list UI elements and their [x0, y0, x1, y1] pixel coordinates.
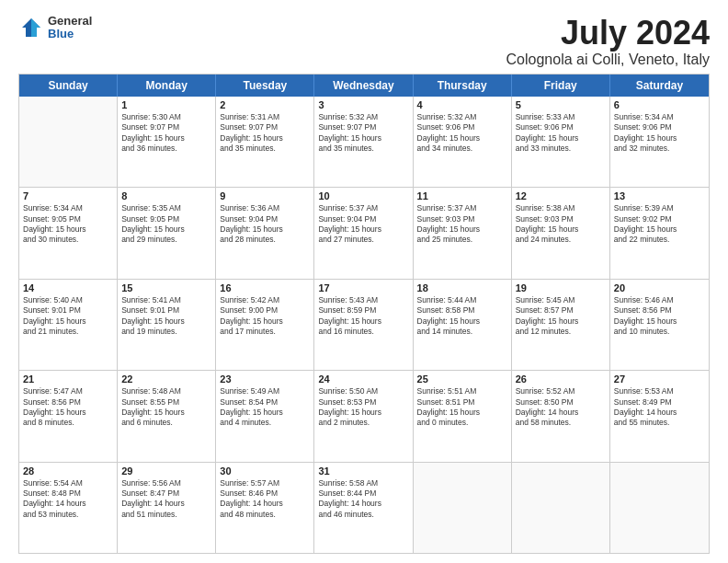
- cell-line: Sunset: 9:06 PM: [516, 122, 606, 132]
- calendar-week: 1Sunrise: 5:30 AMSunset: 9:07 PMDaylight…: [19, 97, 709, 188]
- cell-line: Daylight: 15 hours: [614, 224, 705, 235]
- cell-line: Sunset: 9:06 PM: [614, 122, 705, 132]
- cell-line: Sunset: 8:59 PM: [318, 305, 408, 316]
- day-number: 31: [318, 465, 408, 477]
- cell-line: and 2 minutes.: [318, 418, 408, 428]
- cell-line: Sunrise: 5:56 AM: [121, 478, 211, 488]
- cell-line: Daylight: 15 hours: [318, 133, 408, 144]
- cell-line: and 46 minutes.: [318, 510, 408, 520]
- cell-line: Daylight: 15 hours: [318, 316, 408, 327]
- cell-line: Daylight: 15 hours: [417, 224, 507, 235]
- calendar-body: 1Sunrise: 5:30 AMSunset: 9:07 PMDaylight…: [19, 97, 709, 553]
- cell-line: Sunrise: 5:36 AM: [220, 203, 310, 213]
- cell-line: Sunset: 8:50 PM: [516, 397, 606, 408]
- calendar-header-cell: Tuesday: [216, 75, 314, 97]
- cell-line: Sunrise: 5:32 AM: [318, 112, 408, 122]
- cell-line: and 48 minutes.: [220, 510, 310, 520]
- cell-line: and 51 minutes.: [121, 510, 211, 520]
- cell-line: Sunrise: 5:53 AM: [614, 386, 705, 396]
- cell-line: Daylight: 15 hours: [516, 133, 606, 144]
- cell-line: Sunrise: 5:34 AM: [23, 203, 113, 213]
- day-number: 13: [614, 190, 705, 201]
- day-number: 23: [220, 373, 310, 385]
- calendar-header-cell: Monday: [118, 75, 216, 97]
- calendar-cell: 24Sunrise: 5:50 AMSunset: 8:53 PMDayligh…: [314, 371, 413, 461]
- cell-line: and 0 minutes.: [417, 418, 507, 428]
- cell-line: Sunrise: 5:47 AM: [23, 386, 113, 396]
- cell-line: and 4 minutes.: [220, 418, 310, 428]
- cell-line: Sunrise: 5:51 AM: [417, 386, 507, 396]
- cell-line: and 14 minutes.: [417, 327, 507, 337]
- cell-line: Sunrise: 5:38 AM: [516, 203, 606, 213]
- day-number: 27: [614, 373, 705, 385]
- cell-line: Sunset: 8:46 PM: [220, 488, 310, 499]
- calendar-cell: 11Sunrise: 5:37 AMSunset: 9:03 PMDayligh…: [414, 188, 512, 278]
- cell-line: Daylight: 15 hours: [516, 224, 606, 235]
- header: General Blue July 2024 Colognola ai Coll…: [18, 15, 710, 68]
- day-number: 9: [220, 190, 310, 201]
- cell-line: Daylight: 14 hours: [516, 408, 606, 418]
- calendar-cell: 30Sunrise: 5:57 AMSunset: 8:46 PMDayligh…: [216, 463, 314, 553]
- calendar-cell: [19, 97, 118, 187]
- calendar-week: 28Sunrise: 5:54 AMSunset: 8:48 PMDayligh…: [19, 463, 709, 553]
- cell-line: Daylight: 14 hours: [318, 499, 408, 509]
- cell-line: and 35 minutes.: [220, 144, 310, 154]
- day-number: 3: [318, 99, 408, 110]
- cell-line: and 30 minutes.: [23, 235, 113, 245]
- cell-line: and 21 minutes.: [23, 327, 113, 337]
- cell-line: and 8 minutes.: [23, 418, 113, 428]
- day-number: 7: [23, 190, 113, 201]
- calendar-cell: 27Sunrise: 5:53 AMSunset: 8:49 PMDayligh…: [610, 371, 709, 461]
- cell-line: Sunrise: 5:35 AM: [121, 203, 211, 213]
- day-number: 28: [23, 465, 113, 477]
- logo-general: General: [48, 15, 92, 28]
- cell-line: and 33 minutes.: [516, 144, 606, 154]
- calendar-cell: 26Sunrise: 5:52 AMSunset: 8:50 PMDayligh…: [512, 371, 610, 461]
- cell-line: Daylight: 15 hours: [23, 224, 113, 235]
- cell-line: Daylight: 15 hours: [121, 133, 211, 144]
- cell-line: Sunrise: 5:50 AM: [318, 386, 408, 396]
- calendar-cell: 15Sunrise: 5:41 AMSunset: 9:01 PMDayligh…: [118, 280, 216, 370]
- calendar-week: 14Sunrise: 5:40 AMSunset: 9:01 PMDayligh…: [19, 280, 709, 371]
- cell-line: Sunset: 8:54 PM: [220, 397, 310, 408]
- cell-line: Daylight: 15 hours: [220, 133, 310, 144]
- cell-line: and 29 minutes.: [121, 235, 211, 245]
- calendar-cell: 9Sunrise: 5:36 AMSunset: 9:04 PMDaylight…: [216, 188, 314, 278]
- calendar-cell: 6Sunrise: 5:34 AMSunset: 9:06 PMDaylight…: [610, 97, 709, 187]
- calendar-cell: 4Sunrise: 5:32 AMSunset: 9:06 PMDaylight…: [414, 97, 512, 187]
- cell-line: Sunset: 8:56 PM: [614, 305, 705, 316]
- calendar-cell: 16Sunrise: 5:42 AMSunset: 9:00 PMDayligh…: [216, 280, 314, 370]
- cell-line: Sunset: 8:47 PM: [121, 488, 211, 499]
- day-number: 20: [614, 282, 705, 293]
- day-number: 19: [516, 282, 606, 293]
- cell-line: Sunset: 9:03 PM: [516, 214, 606, 224]
- cell-line: Sunset: 8:58 PM: [417, 305, 507, 316]
- cell-line: Sunrise: 5:43 AM: [318, 295, 408, 305]
- cell-line: Sunrise: 5:30 AM: [121, 112, 211, 122]
- cell-line: Sunset: 9:03 PM: [417, 214, 507, 224]
- day-number: 17: [318, 282, 408, 293]
- calendar-cell: 21Sunrise: 5:47 AMSunset: 8:56 PMDayligh…: [19, 371, 118, 461]
- calendar-cell: 10Sunrise: 5:37 AMSunset: 9:04 PMDayligh…: [314, 188, 413, 278]
- cell-line: Daylight: 15 hours: [23, 316, 113, 327]
- calendar-header-cell: Sunday: [19, 75, 118, 97]
- cell-line: Daylight: 15 hours: [220, 408, 310, 418]
- cell-line: Daylight: 15 hours: [417, 316, 507, 327]
- cell-line: Sunrise: 5:31 AM: [220, 112, 310, 122]
- cell-line: Sunrise: 5:37 AM: [417, 203, 507, 213]
- calendar: SundayMondayTuesdayWednesdayThursdayFrid…: [18, 74, 710, 554]
- calendar-header-cell: Wednesday: [314, 75, 413, 97]
- cell-line: Daylight: 14 hours: [220, 499, 310, 509]
- logo-blue: Blue: [48, 28, 92, 40]
- cell-line: Sunrise: 5:52 AM: [516, 386, 606, 396]
- calendar-header-row: SundayMondayTuesdayWednesdayThursdayFrid…: [19, 75, 709, 97]
- day-number: 5: [516, 99, 606, 110]
- cell-line: Sunrise: 5:57 AM: [220, 478, 310, 488]
- day-number: 4: [417, 99, 507, 110]
- cell-line: Sunset: 9:04 PM: [318, 214, 408, 224]
- cell-line: Daylight: 15 hours: [318, 408, 408, 418]
- calendar-subtitle: Colognola ai Colli, Veneto, Italy: [506, 52, 710, 68]
- day-number: 2: [220, 99, 310, 110]
- calendar-cell: 5Sunrise: 5:33 AMSunset: 9:06 PMDaylight…: [512, 97, 610, 187]
- day-number: 6: [614, 99, 705, 110]
